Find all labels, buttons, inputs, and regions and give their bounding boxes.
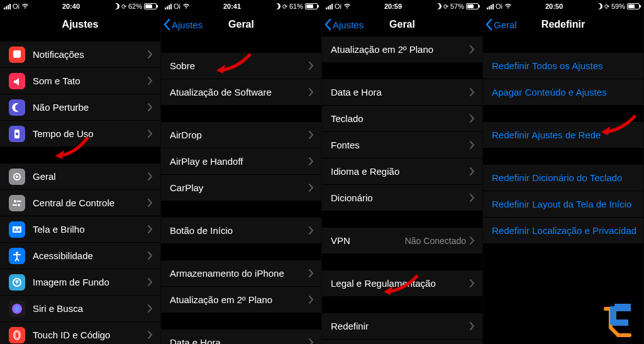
list-item-label: Fontes [331,140,470,150]
list-item[interactable]: AirPlay e Handoff [161,148,321,175]
list-item-label: Dicionário [331,192,470,203]
list-item-label: Legal e Regulamentação [331,278,470,289]
carrier-label: Oi [13,3,19,10]
list-item[interactable]: Dicionário [322,185,482,211]
site-logo-icon [597,300,637,340]
clock-label: 20:41 [223,3,241,10]
list-item-label: VPN [331,235,405,246]
list-item[interactable]: Idioma e Região [322,158,482,185]
screen-geral-bottom: Oi 20:59 ⟳ 57% Ajustes Geral Atualização… [322,0,483,344]
dnd-moon-icon [596,3,602,9]
list-item[interactable]: Acessibilidade [0,243,160,269]
signal-icon [4,4,11,9]
list-item[interactable]: AirDrop [161,122,321,148]
clock-label: 20:40 [62,3,80,10]
list-item-label: Redefinir [331,321,470,331]
group-separator [161,36,321,53]
list-item-label: Tempo de Uso [33,128,148,139]
touch-icon [9,327,25,343]
clock-label: 20:59 [384,3,402,10]
list-item[interactable]: Apagar Conteúdo e Ajustes [483,79,643,106]
svg-rect-8 [13,204,17,206]
nav-bar: Geral Redefinir [483,13,643,36]
list-item-label: Redefinir Todos os Ajustes [492,60,636,71]
status-bar: Oi 20:59 ⟳ 57% [322,0,482,13]
list-item[interactable]: Central de Controle [0,190,160,216]
list-item[interactable]: Imagem de Fundo [0,269,160,296]
list-item[interactable]: CarPlay [161,175,321,201]
list-item[interactable]: Geral [0,164,160,190]
svg-rect-6 [17,201,21,202]
battery-icon [627,3,640,9]
svg-point-21 [616,333,620,337]
list-item[interactable]: Touch ID e Código [0,322,160,344]
shutdown-button[interactable]: Desligar [322,340,482,344]
list-item[interactable]: Legal e Regulamentação [322,270,482,297]
list-item[interactable]: Data e Hora [161,330,321,344]
battery-pct: 61% [289,3,303,10]
settings-list: NotificaçõesSom e TatoNão PerturbeTempo … [0,36,160,344]
list-item-label: Atualização de Software [170,87,309,97]
list-item[interactable]: Não Perturbe [0,94,160,121]
group-separator [322,297,482,313]
list-item-label: Geral [33,171,148,182]
screen-ajustes: Oi 20:40 ⟳ 62% Ajustes NotificaçõesSom e… [0,0,161,344]
list-item[interactable]: Atualização em 2º Plano [322,36,482,63]
dnd-icon [9,99,25,116]
group-separator [322,211,482,228]
list-item-label: Redefinir Ajustes de Rede [492,130,636,140]
list-item[interactable]: Redefinir [322,313,482,340]
notif-icon [9,47,25,63]
list-item[interactable]: Redefinir Todos os Ajustes [483,53,643,79]
back-label: Ajustes [333,19,364,30]
sound-icon [9,73,25,89]
list-item[interactable]: Data e Hora [322,79,482,106]
clock-label: 20:50 [545,3,563,10]
list-item[interactable]: Teclado [322,106,482,132]
back-button[interactable]: Ajustes [325,19,364,30]
orientation-lock-icon: ⟳ [282,3,287,10]
back-label: Ajustes [172,19,203,30]
battery-icon [144,3,157,9]
list-item[interactable]: Sobre [161,53,321,79]
group-separator [0,147,160,164]
svg-point-4 [16,175,18,178]
list-item[interactable]: Notificações [0,42,160,68]
geral-list: Atualização em 2º PlanoData e HoraTeclad… [322,36,482,344]
back-button[interactable]: Geral [486,19,517,30]
status-bar: Oi 20:40 ⟳ 62% [0,0,160,13]
list-item[interactable]: Atualização de Software [161,79,321,106]
a11y-icon [9,248,25,264]
list-item-label: Siri e Busca [33,303,148,314]
list-item[interactable]: Tempo de Uso [0,121,160,147]
list-item[interactable]: Fontes [322,132,482,158]
back-button[interactable]: Ajustes [164,19,203,30]
dnd-moon-icon [435,3,441,9]
wifi-icon [182,3,190,10]
svg-point-19 [604,307,608,311]
group-separator [483,106,643,122]
orientation-lock-icon: ⟳ [443,3,448,10]
list-item[interactable]: Armazenamento do iPhone [161,260,321,287]
list-item[interactable]: Botão de Início [161,218,321,244]
list-item[interactable]: VPNNão Conectado [322,228,482,254]
list-item-label: Botão de Início [170,225,309,236]
list-item[interactable]: Redefinir Layout da Tela de Início [483,191,643,218]
group-separator [161,313,321,330]
svg-point-7 [18,204,20,206]
back-label: Geral [494,19,517,30]
screen-geral-top: Oi 20:41 ⟳ 61% Ajustes Geral SobreAtuali… [161,0,322,344]
list-item[interactable]: Redefinir Dicionário do Teclado [483,165,643,191]
list-item[interactable]: Siri e Busca [0,296,160,322]
list-item-label: AirPlay e Handoff [170,156,309,167]
list-item[interactable]: Atualização em 2º Plano [161,287,321,313]
svg-point-22 [628,333,631,337]
list-item[interactable]: Redefinir Localização e Privacidade [483,218,643,244]
svg-point-5 [14,200,16,203]
list-item[interactable]: Redefinir Ajustes de Rede [483,122,643,148]
redefinir-list: Redefinir Todos os AjustesApagar Conteúd… [483,36,643,244]
dnd-moon-icon [274,3,280,9]
list-item[interactable]: Som e Tato [0,68,160,94]
list-item[interactable]: AATela e Brilho [0,216,160,243]
list-item-label: Atualização em 2º Plano [170,294,309,305]
